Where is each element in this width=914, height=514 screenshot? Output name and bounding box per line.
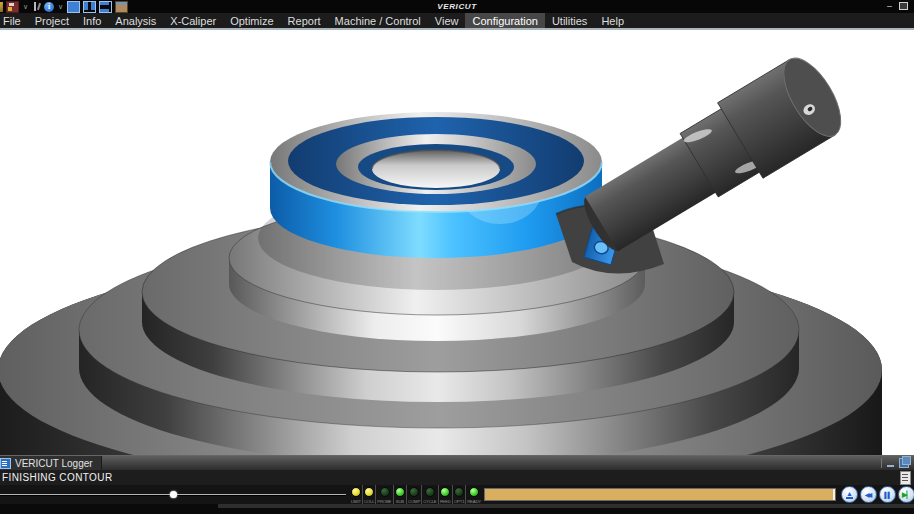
menu-item-x-caliper[interactable]: X-Caliper: [163, 13, 223, 28]
window-controls: –: [887, 2, 908, 10]
eject-button[interactable]: ▲: [841, 486, 858, 503]
indicator-cycle: CYCLE: [422, 485, 439, 505]
menu-item-help[interactable]: Help: [594, 13, 631, 28]
menu-item-info[interactable]: Info: [76, 13, 108, 28]
menu-item-optimize[interactable]: Optimize: [223, 13, 280, 28]
playback-controls: ▲ ◀◀ ▌▌ ▶▏ ▶: [841, 486, 914, 503]
sub-led-icon: [395, 487, 405, 497]
menu-item-configuration[interactable]: Configuration: [465, 13, 544, 28]
maximize-icon[interactable]: [899, 2, 908, 10]
minimize-icon[interactable]: –: [887, 2, 892, 10]
ready-led-icon: [469, 487, 479, 497]
menu-item-utilities[interactable]: Utilities: [545, 13, 594, 28]
step-button[interactable]: ▶▏: [898, 486, 914, 503]
logger-message: FINISHING CONTOUR: [2, 472, 113, 483]
eject-icon: ▲: [846, 491, 853, 499]
panel-float-icon[interactable]: [899, 458, 909, 468]
simulation-controls-row: LIMIT COLL PROBE SUB COMP: [0, 485, 914, 505]
menu-item-view[interactable]: View: [428, 13, 466, 28]
menu-bar: File Project Info Analysis X-Caliper Opt…: [0, 13, 914, 28]
divider: [881, 458, 882, 468]
feed-led-icon: [440, 487, 450, 497]
probe-led-icon: [380, 487, 390, 497]
logger-tab[interactable]: VERICUT Logger: [0, 456, 102, 470]
nc-program-progress-bar: [484, 488, 836, 501]
log-list-icon[interactable]: [900, 471, 911, 485]
pause-button[interactable]: ▌▌: [879, 486, 896, 503]
indicator-coll: COLL: [363, 485, 376, 505]
logger-panel-controls: [881, 457, 909, 469]
bottom-strip: [0, 504, 914, 514]
status-indicators: LIMIT COLL PROBE SUB COMP: [350, 485, 482, 505]
limit-led-icon: [351, 487, 361, 497]
indicator-sub: SUB: [394, 485, 407, 505]
menu-item-file[interactable]: File: [0, 13, 28, 28]
indicator-feed: FEED: [439, 485, 453, 505]
menu-item-report[interactable]: Report: [281, 13, 328, 28]
logger-message-row: FINISHING CONTOUR: [0, 470, 914, 485]
logger-tab-label: VERICUT Logger: [15, 458, 93, 469]
machined-part-render: [0, 30, 914, 455]
rewind-icon: ◀◀: [865, 491, 870, 499]
menu-item-machine-control[interactable]: Machine / Control: [328, 13, 428, 28]
cycle-led-icon: [425, 487, 435, 497]
vericut-logger-panel: VERICUT Logger FINISHING CONTOUR LIMIT: [0, 455, 914, 505]
coll-led-icon: [364, 487, 374, 497]
menu-item-analysis[interactable]: Analysis: [108, 13, 163, 28]
logger-icon: [0, 458, 11, 469]
panel-minimize-icon[interactable]: [887, 465, 894, 467]
opt1-led-icon: [454, 487, 464, 497]
viewport-3d-scene[interactable]: [0, 30, 914, 455]
indicator-limit: LIMIT: [350, 485, 363, 505]
progress-fill: [485, 489, 835, 500]
step-icon: ▶▏: [902, 491, 911, 499]
indicator-comp: COMP: [407, 485, 422, 505]
pause-icon: ▌▌: [884, 491, 891, 499]
app-title: VERICUT: [0, 0, 914, 13]
rewind-button[interactable]: ◀◀: [860, 486, 877, 503]
title-bar: ∨ i ∨ VERICUT –: [0, 0, 914, 13]
vericut-window: ∨ i ∨ VERICUT – + ? File Project Info An…: [0, 0, 914, 514]
comp-led-icon: [409, 487, 419, 497]
menu-item-project[interactable]: Project: [28, 13, 76, 28]
indicator-ready: READY: [466, 485, 482, 505]
indicator-probe: PROBE: [376, 485, 394, 505]
slider-thumb[interactable]: [170, 491, 177, 498]
simulation-progress-slider[interactable]: [0, 485, 346, 505]
logger-tab-strip: VERICUT Logger: [0, 456, 914, 470]
indicator-opt1: OPT1: [453, 485, 466, 505]
